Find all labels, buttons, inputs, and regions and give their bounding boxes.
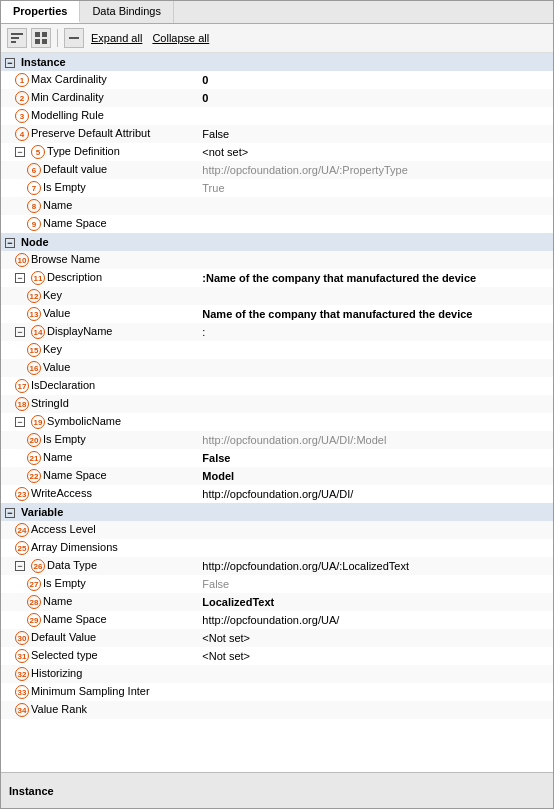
properties-table: − Instance 1Max Cardinality 0 2Min Cardi… bbox=[1, 53, 553, 719]
row-access-level: 24Access Level bbox=[1, 521, 553, 539]
row-key-1: 12Key bbox=[1, 287, 553, 305]
num-21: 21 bbox=[27, 451, 41, 465]
num-27: 27 bbox=[27, 577, 41, 591]
num-3: 3 bbox=[15, 109, 29, 123]
expand-dispname-icon[interactable]: − bbox=[15, 327, 25, 337]
value-min-sampling bbox=[200, 683, 553, 701]
num-5: 5 bbox=[31, 145, 45, 159]
label-is-empty-3: 27Is Empty bbox=[1, 575, 200, 593]
value-key-1 bbox=[200, 287, 553, 305]
value-namespace-1 bbox=[200, 215, 553, 233]
label-historizing: 32Historizing bbox=[1, 665, 200, 683]
num-19: 19 bbox=[31, 415, 45, 429]
num-10: 10 bbox=[15, 253, 29, 267]
label-name-1: 8Name bbox=[1, 197, 200, 215]
row-description: − 11Description :Name of the company tha… bbox=[1, 269, 553, 287]
sort-icon[interactable] bbox=[7, 28, 27, 48]
num-13: 13 bbox=[27, 307, 41, 321]
value-name-3: LocalizedText bbox=[200, 593, 553, 611]
value-default-value-var: <Not set> bbox=[200, 629, 553, 647]
row-selected-type: 31Selected type <Not set> bbox=[1, 647, 553, 665]
label-value-dispname: 16Value bbox=[1, 359, 200, 377]
row-name-2: 21Name False bbox=[1, 449, 553, 467]
tab-properties[interactable]: Properties bbox=[1, 1, 80, 23]
collapse-all-button[interactable]: Collapse all bbox=[149, 31, 212, 45]
value-browse-name bbox=[200, 251, 553, 269]
label-min-sampling: 33Minimum Sampling Inter bbox=[1, 683, 200, 701]
value-preserve-default: False bbox=[200, 125, 553, 143]
expand-desc-icon[interactable]: − bbox=[15, 273, 25, 283]
label-namespace-3: 29Name Space bbox=[1, 611, 200, 629]
value-is-empty-3: False bbox=[200, 575, 553, 593]
svg-rect-5 bbox=[35, 39, 40, 44]
status-label: Instance bbox=[9, 785, 54, 797]
section-variable-header: − Variable bbox=[1, 503, 553, 521]
value-namespace-3: http://opcfoundation.org/UA/ bbox=[200, 611, 553, 629]
row-is-declaration: 17IsDeclaration bbox=[1, 377, 553, 395]
categorize-icon[interactable] bbox=[31, 28, 51, 48]
svg-rect-1 bbox=[11, 37, 19, 39]
row-key-2: 15Key bbox=[1, 341, 553, 359]
row-min-sampling: 33Minimum Sampling Inter bbox=[1, 683, 553, 701]
num-24: 24 bbox=[15, 523, 29, 537]
value-is-declaration bbox=[200, 377, 553, 395]
row-browse-name: 10Browse Name bbox=[1, 251, 553, 269]
expand-datatype-icon[interactable]: − bbox=[15, 561, 25, 571]
value-string-id bbox=[200, 395, 553, 413]
section-node-label: Node bbox=[21, 236, 49, 248]
num-28: 28 bbox=[27, 595, 41, 609]
num-11: 11 bbox=[31, 271, 45, 285]
value-namespace-2: Model bbox=[200, 467, 553, 485]
row-string-id: 18StringId bbox=[1, 395, 553, 413]
num-4: 4 bbox=[15, 127, 29, 141]
expand-variable-icon[interactable]: − bbox=[5, 508, 15, 518]
expand-type-def-icon[interactable]: − bbox=[15, 147, 25, 157]
row-is-empty-1: 7Is Empty True bbox=[1, 179, 553, 197]
label-symbolic-name: − 19SymbolicName bbox=[1, 413, 200, 431]
num-2: 2 bbox=[15, 91, 29, 105]
row-name-3: 28Name LocalizedText bbox=[1, 593, 553, 611]
num-8: 8 bbox=[27, 199, 41, 213]
label-modelling-rule: 3Modelling Rule bbox=[1, 107, 200, 125]
label-string-id: 18StringId bbox=[1, 395, 200, 413]
svg-rect-6 bbox=[42, 39, 47, 44]
row-max-cardinality: 1Max Cardinality 0 bbox=[1, 71, 553, 89]
value-value-rank bbox=[200, 701, 553, 719]
expand-node-icon[interactable]: − bbox=[5, 238, 15, 248]
num-32: 32 bbox=[15, 667, 29, 681]
label-selected-type: 31Selected type bbox=[1, 647, 200, 665]
value-access-level bbox=[200, 521, 553, 539]
row-historizing: 32Historizing bbox=[1, 665, 553, 683]
section-node-header: − Node bbox=[1, 233, 553, 251]
tab-data-bindings[interactable]: Data Bindings bbox=[80, 1, 174, 23]
num-31: 31 bbox=[15, 649, 29, 663]
row-namespace-3: 29Name Space http://opcfoundation.org/UA… bbox=[1, 611, 553, 629]
value-value-desc: Name of the company that manufactured th… bbox=[200, 305, 553, 323]
value-array-dimensions bbox=[200, 539, 553, 557]
value-name-1 bbox=[200, 197, 553, 215]
num-33: 33 bbox=[15, 685, 29, 699]
num-23: 23 bbox=[15, 487, 29, 501]
num-14: 14 bbox=[31, 325, 45, 339]
expand-all-button[interactable]: Expand all bbox=[88, 31, 145, 45]
label-display-name: − 14DisplayName bbox=[1, 323, 200, 341]
label-preserve-default: 4Preserve Default Attribut bbox=[1, 125, 200, 143]
expand-symname-icon[interactable]: − bbox=[15, 417, 25, 427]
expand-instance-icon[interactable]: − bbox=[5, 58, 15, 68]
num-18: 18 bbox=[15, 397, 29, 411]
value-is-empty-1: True bbox=[200, 179, 553, 197]
label-browse-name: 10Browse Name bbox=[1, 251, 200, 269]
row-symbolic-name: − 19SymbolicName bbox=[1, 413, 553, 431]
label-key-2: 15Key bbox=[1, 341, 200, 359]
svg-rect-4 bbox=[42, 32, 47, 37]
value-default-value: http://opcfoundation.org/UA/:PropertyTyp… bbox=[200, 161, 553, 179]
num-9: 9 bbox=[27, 217, 41, 231]
label-name-3: 28Name bbox=[1, 593, 200, 611]
value-value-dispname bbox=[200, 359, 553, 377]
row-name-1: 8Name bbox=[1, 197, 553, 215]
num-25: 25 bbox=[15, 541, 29, 555]
row-value-rank: 34Value Rank bbox=[1, 701, 553, 719]
value-historizing bbox=[200, 665, 553, 683]
collapse-icon[interactable] bbox=[64, 28, 84, 48]
label-is-declaration: 17IsDeclaration bbox=[1, 377, 200, 395]
